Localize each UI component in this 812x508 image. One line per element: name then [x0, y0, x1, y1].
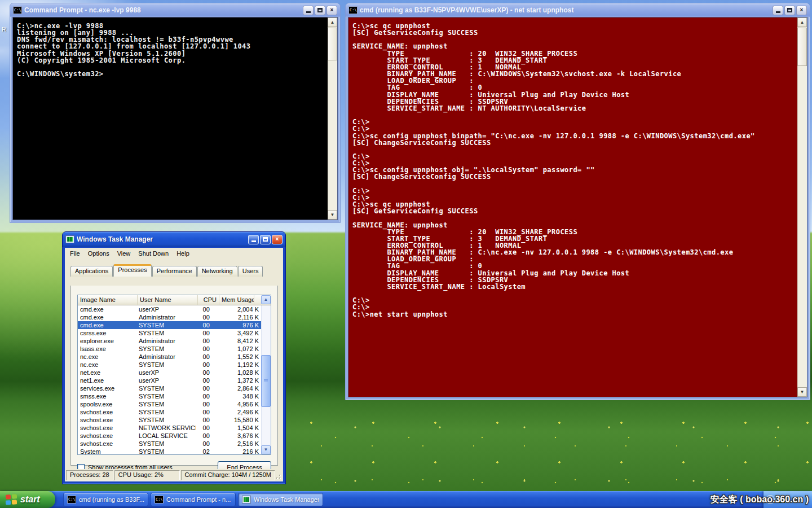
desktop-icon-label-fragment: R	[2, 26, 6, 33]
titlebar-task-manager[interactable]: Windows Task Manager ×	[63, 232, 285, 247]
process-image-name: System	[78, 448, 136, 455]
process-row[interactable]: explorer.exeAdministrator008,412 K	[78, 337, 261, 345]
process-image-name: cmd.exe	[78, 305, 136, 313]
process-row[interactable]: cmd.exeuserXP002,004 K	[78, 305, 261, 313]
menu-item-options[interactable]: Options	[84, 249, 113, 258]
process-row[interactable]: cmd.exeAdministrator002,116 K	[78, 313, 261, 321]
process-row[interactable]: svchost.exeLOCAL SERVICE003,676 K	[78, 432, 261, 440]
scroll-up-icon[interactable]: ▲	[261, 295, 271, 304]
process-cpu: 00	[196, 416, 217, 424]
process-image-name: svchost.exe	[78, 424, 136, 432]
process-cpu: 00	[196, 384, 217, 392]
process-row[interactable]: lsass.exeSYSTEM001,072 K	[78, 345, 261, 353]
process-row[interactable]: svchost.exeSYSTEM0015,580 K	[78, 416, 261, 424]
scrollbar-thumb[interactable]	[328, 28, 337, 60]
column-header[interactable]: Mem Usage	[219, 295, 254, 305]
process-user-name: SYSTEM	[136, 321, 196, 329]
tab-applications[interactable]: Applications	[70, 266, 113, 277]
process-user-name: SYSTEM	[136, 408, 196, 416]
process-row[interactable]: svchost.exeNETWORK SERVICE001,504 K	[78, 424, 261, 432]
cmd-icon: C:\	[348, 6, 358, 14]
process-list-rows: cmd.exeuserXP002,004 Kcmd.exeAdministrat…	[78, 305, 261, 454]
taskbar-button-label: cmd (running as B33F...	[79, 496, 144, 503]
menu-item-file[interactable]: File	[66, 249, 84, 258]
process-row[interactable]: spoolsv.exeSYSTEM004,956 K	[78, 400, 261, 408]
tab-networking[interactable]: Networking	[197, 266, 237, 277]
start-button[interactable]: start	[0, 491, 55, 508]
process-cpu: 00	[196, 305, 217, 313]
status-cell: Processes: 28	[66, 470, 113, 480]
process-row[interactable]: net.exeuserXP001,028 K	[78, 369, 261, 376]
cmd-icon: C:\	[13, 6, 22, 14]
process-row[interactable]: csrss.exeSYSTEM003,492 K	[78, 329, 261, 337]
window-cmd-system: C:\ cmd (running as B33F-N5PVP4WVWE\user…	[345, 3, 810, 400]
resize-grip[interactable]	[275, 474, 282, 480]
titlebar-command-prompt[interactable]: C:\ Command Prompt - nc.exe -lvp 9988 ×	[10, 3, 340, 17]
windows-flag-icon	[6, 494, 17, 505]
process-mem-usage: 3,676 K	[217, 432, 261, 440]
taskbar-button[interactable]: C:\Command Prompt - n...	[151, 493, 236, 506]
process-user-name: userXP	[136, 369, 196, 376]
start-button-label: start	[20, 494, 40, 505]
process-cpu: 00	[196, 440, 217, 448]
minimize-button[interactable]	[773, 6, 783, 15]
process-row[interactable]: services.exeSYSTEM002,864 K	[78, 384, 261, 392]
maximize-button[interactable]	[260, 235, 271, 244]
column-header[interactable]: CPU	[198, 295, 219, 305]
scrollbar[interactable]: ▲ ▼	[797, 17, 807, 397]
process-cpu: 00	[196, 345, 217, 353]
process-row[interactable]: nc.exeSYSTEM001,192 K	[78, 361, 261, 369]
console-output-area[interactable]: C:\>sc qc upnphost [SC] GetServiceConfig…	[348, 17, 807, 397]
close-button[interactable]: ×	[796, 6, 807, 15]
process-list-scrollbar[interactable]: ▲ ▼	[261, 305, 271, 454]
process-image-name: cmd.exe	[78, 321, 136, 329]
process-image-name: svchost.exe	[78, 416, 136, 424]
process-row[interactable]: smss.exeSYSTEM00348 K	[78, 392, 261, 400]
process-image-name: svchost.exe	[78, 440, 136, 448]
titlebar-cmd-system[interactable]: C:\ cmd (running as B33F-N5PVP4WVWE\user…	[346, 3, 810, 17]
process-mem-usage: 1,552 K	[217, 353, 261, 361]
process-image-name: nc.exe	[78, 361, 136, 369]
taskbar-button[interactable]: Windows Task Manager	[238, 493, 323, 506]
process-mem-usage: 976 K	[217, 321, 261, 329]
process-row[interactable]: svchost.exeSYSTEM002,496 K	[78, 408, 261, 416]
minimize-button[interactable]	[248, 235, 259, 244]
taskbar-button[interactable]: C:\cmd (running as B33F...	[63, 493, 148, 506]
maximize-button[interactable]	[315, 6, 325, 15]
scroll-up-icon[interactable]: ▲	[328, 17, 337, 27]
scrollbar-thumb[interactable]	[261, 355, 271, 407]
tab-performance[interactable]: Performance	[152, 266, 197, 277]
scroll-down-icon[interactable]: ▼	[328, 210, 337, 220]
process-mem-usage: 1,504 K	[217, 424, 261, 432]
menu-item-view[interactable]: View	[113, 249, 135, 258]
tab-processes[interactable]: Processes	[113, 264, 151, 277]
menu-item-shut-down[interactable]: Shut Down	[134, 249, 173, 258]
process-row[interactable]: nc.exeAdministrator001,552 K	[78, 353, 261, 361]
column-header[interactable]: Image Name	[78, 295, 138, 305]
process-mem-usage: 15,580 K	[217, 416, 261, 424]
scroll-down-icon[interactable]: ▼	[261, 445, 271, 454]
process-row[interactable]: cmd.exeSYSTEM00976 K	[78, 321, 261, 329]
process-row[interactable]: SystemSYSTEM02216 K	[78, 448, 261, 455]
process-row[interactable]: net1.exeuserXP001,372 K	[78, 376, 261, 384]
status-bar: Processes: 28CPU Usage: 2%Commit Charge:…	[65, 469, 283, 481]
scrollbar[interactable]: ▲ ▼	[328, 17, 337, 220]
scroll-up-icon[interactable]: ▲	[797, 17, 807, 27]
process-mem-usage: 2,116 K	[217, 313, 261, 321]
console-output-area[interactable]: C:\>nc.exe -lvp 9988 listening on [any] …	[12, 17, 338, 220]
process-row[interactable]: svchost.exeSYSTEM002,516 K	[78, 440, 261, 448]
minimize-button[interactable]	[303, 6, 314, 15]
column-header[interactable]: User Name	[138, 295, 198, 305]
scroll-down-icon[interactable]: ▼	[797, 387, 807, 397]
close-button[interactable]: ×	[272, 235, 283, 244]
process-user-name: Administrator	[136, 337, 196, 345]
maximize-button[interactable]	[784, 6, 795, 15]
window-title: Command Prompt - nc.exe -lvp 9988	[24, 6, 301, 14]
tab-users[interactable]: Users	[238, 266, 263, 277]
window-title: cmd (running as B33F-N5PVP4WVWE\userXP) …	[360, 6, 770, 14]
process-user-name: Administrator	[136, 313, 196, 321]
process-mem-usage: 2,864 K	[217, 384, 261, 392]
scrollbar-thumb[interactable]	[797, 28, 807, 66]
close-button[interactable]: ×	[326, 6, 337, 15]
menu-item-help[interactable]: Help	[173, 249, 193, 258]
